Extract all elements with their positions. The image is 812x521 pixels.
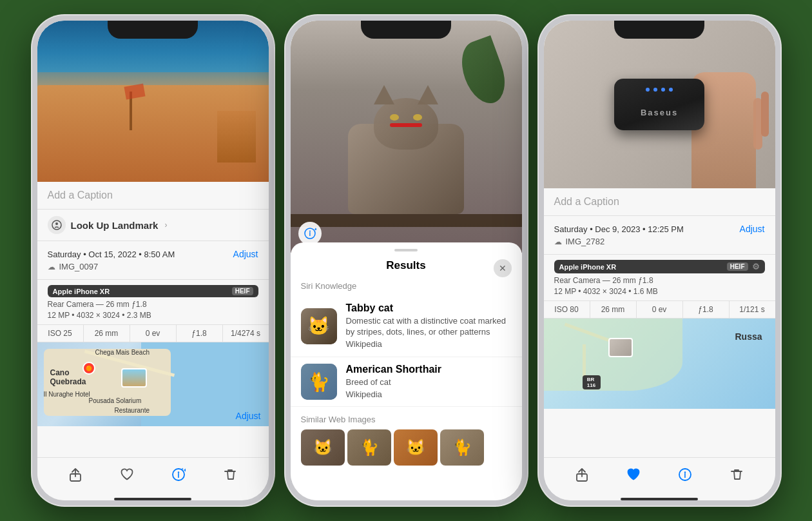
- left-button-3b: [539, 116, 540, 148]
- sim-img-2[interactable]: 🐈: [347, 429, 391, 466]
- meta-adjust-3[interactable]: Adjust: [740, 224, 765, 234]
- baseus-label: Baseus: [641, 108, 678, 117]
- heart-button-1[interactable]: [117, 464, 137, 485]
- map-adjust-1[interactable]: Adjust: [236, 411, 261, 421]
- left-button-2b: [285, 116, 287, 148]
- led-4: [669, 88, 673, 92]
- heif-badge-1: HEIF: [232, 287, 253, 295]
- map-label-hotel: Il Nuraghe Hotel: [44, 391, 90, 398]
- heif-badge-3: HEIF: [727, 262, 748, 271]
- siri-knowledge-label: Siri Knowledge: [291, 279, 522, 296]
- map-area-3[interactable]: BR116 Russa: [544, 319, 775, 409]
- screen-1: Add a Caption Look Up Landmark › Sat: [37, 21, 269, 500]
- meta-date-3: Saturday • Dec 9, 2023 • 12:25 PM: [554, 224, 684, 234]
- bottom-toolbar-3: i: [544, 457, 775, 495]
- screen-2: i ✦ Results ✕ Siri Knowledge 🐱 Tabby cat: [291, 21, 522, 500]
- landscape-photo: [37, 21, 269, 182]
- share-button-3[interactable]: [572, 464, 592, 485]
- left-button-3a: [539, 85, 540, 104]
- svg-text:✦: ✦: [314, 227, 316, 231]
- left-button-2a: [285, 85, 287, 104]
- result-item-tabby[interactable]: 🐱 Tabby cat Domestic cat with a distinct…: [291, 296, 522, 357]
- heart-button-3[interactable]: [623, 464, 644, 485]
- led-1: [646, 88, 650, 92]
- meta-filename-3: ☁ IMG_2782: [554, 237, 765, 246]
- map-label-russa: Russa: [735, 331, 762, 342]
- phone-3: Baseus Add a Caption Saturday • Dec 9, 2…: [539, 15, 780, 506]
- result-thumb-american: 🐈: [301, 364, 337, 400]
- right-button: [273, 98, 274, 137]
- delete-button-3[interactable]: [726, 464, 747, 485]
- lookup-arrow-1: ›: [164, 221, 167, 230]
- lookup-text-1: Look Up Landmark: [71, 220, 159, 231]
- info-panel-3: Add a Caption Saturday • Dec 9, 2023 • 1…: [544, 188, 775, 457]
- delete-button-1[interactable]: [220, 464, 240, 485]
- map-thumbnail-3: [608, 338, 633, 357]
- svg-point-15: [684, 471, 686, 473]
- baseus-photo: Baseus: [544, 21, 775, 188]
- cat-photo: i ✦: [291, 21, 522, 253]
- phone-1: Add a Caption Look Up Landmark › Sat: [32, 15, 274, 506]
- camera-info-1: Rear Camera — 26 mm ƒ1.8 12 MP • 4032 × …: [37, 297, 269, 325]
- caption-placeholder-1: Add a Caption: [48, 190, 113, 201]
- lookup-row-1[interactable]: Look Up Landmark ›: [37, 210, 269, 241]
- cloud-icon-1: ☁: [48, 262, 55, 271]
- sim-img-4[interactable]: 🐈: [440, 429, 484, 466]
- notch-2: [361, 21, 451, 39]
- settings-icon-3[interactable]: ⚙: [752, 262, 760, 271]
- meta-section-1: Saturday • Oct 15, 2022 • 8:50 AM Adjust…: [37, 241, 269, 280]
- right-button-3: [779, 98, 780, 137]
- left-button-3: [32, 156, 34, 188]
- svg-text:✦: ✦: [181, 467, 184, 471]
- meta-section-3: Saturday • Dec 9, 2023 • 12:25 PM Adjust…: [544, 216, 775, 255]
- map-label-beach: Chega Mais Beach: [95, 349, 150, 356]
- led-3: [661, 88, 665, 92]
- map-thumbnail-1: [121, 368, 147, 388]
- sheet-handle: [394, 249, 418, 251]
- sim-img-1[interactable]: 🐱: [301, 429, 345, 466]
- result-thumb-tabby: 🐱: [301, 308, 337, 344]
- exif-row-3: ISO 80 26 mm 0 ev ƒ1.8 1/121 s: [544, 301, 775, 319]
- camera-badge-3: Apple iPhone XR HEIF ⚙: [554, 260, 765, 273]
- right-button-2: [526, 98, 527, 137]
- info-button-3[interactable]: i: [675, 464, 695, 485]
- meta-date-1: Saturday • Oct 15, 2022 • 8:50 AM: [48, 250, 175, 259]
- info-button-1[interactable]: i ✦ ✦: [168, 464, 189, 485]
- sim-img-3[interactable]: 🐱: [394, 429, 438, 466]
- visual-lookup-btn[interactable]: i ✦: [298, 222, 322, 245]
- caption-area-1[interactable]: Add a Caption: [37, 182, 269, 210]
- lookup-icon-1: [48, 216, 66, 234]
- screen-3: Baseus Add a Caption Saturday • Dec 9, 2…: [544, 21, 775, 500]
- similar-images-grid: 🐱 🐈 🐱 🐈: [291, 429, 522, 466]
- meta-adjust-1[interactable]: Adjust: [233, 249, 258, 259]
- svg-point-5: [178, 471, 179, 473]
- baseus-device: [614, 79, 704, 130]
- share-button-1[interactable]: [65, 464, 86, 485]
- results-sheet: Results ✕ Siri Knowledge 🐱 Tabby cat Dom…: [291, 242, 522, 500]
- results-header: Results ✕: [291, 257, 522, 279]
- left-button-3c: [539, 156, 540, 188]
- map-label-pousada: Pousada Solarium: [89, 397, 142, 404]
- svg-point-1: [55, 222, 58, 225]
- notch-1: [108, 21, 198, 39]
- home-indicator-1: [114, 498, 191, 500]
- results-title: Results: [386, 259, 425, 272]
- left-button-1: [32, 85, 34, 104]
- close-button[interactable]: ✕: [494, 259, 512, 277]
- led-2: [653, 88, 657, 92]
- road-sign: BR116: [583, 375, 601, 389]
- left-button-2c: [285, 156, 287, 188]
- caption-area-3[interactable]: Add a Caption: [544, 188, 775, 216]
- result-item-american[interactable]: 🐈 American Shorthair Breed of cat Wikipe…: [291, 357, 522, 408]
- map-label-restaurante: Restaurante: [115, 407, 150, 414]
- caption-placeholder-3: Add a Caption: [554, 196, 619, 207]
- cloud-icon-3: ☁: [554, 237, 562, 246]
- notch-3: [614, 21, 704, 39]
- info-panel-1: Add a Caption Look Up Landmark › Sat: [37, 182, 269, 457]
- map-label-cano: CanoQuebrada: [50, 368, 86, 386]
- bottom-toolbar-1: i ✦ ✦: [37, 457, 269, 495]
- result-info-american: American Shorthair Breed of cat Wikipedi…: [346, 364, 441, 400]
- svg-point-10: [309, 231, 311, 232]
- map-area-1[interactable]: 🟠 Chega Mais Beach CanoQuebrada Il Nurag…: [37, 342, 269, 426]
- result-info-tabby: Tabby cat Domestic cat with a distinctiv…: [346, 302, 512, 350]
